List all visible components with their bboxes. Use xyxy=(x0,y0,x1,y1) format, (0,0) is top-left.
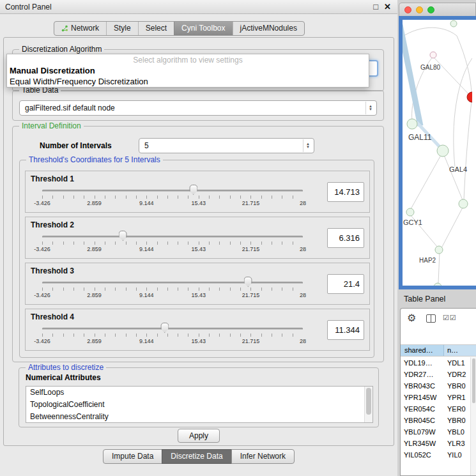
table-row[interactable]: YDR27… YDR2 xyxy=(401,369,470,380)
node-hap2[interactable] xyxy=(435,246,443,254)
threshold-value-field[interactable] xyxy=(327,274,364,294)
scrollbar-thumb[interactable] xyxy=(472,358,475,403)
tab-select-label: Select xyxy=(146,22,167,35)
network-window-titlebar xyxy=(399,3,476,16)
tab-infer-network[interactable]: Infer Network xyxy=(231,449,295,464)
table-scrollbar[interactable] xyxy=(470,357,476,475)
threshold-label: Threshold 3 xyxy=(31,266,74,275)
table-row[interactable]: YBL079W YBL0 xyxy=(401,426,470,438)
attributes-group: Attributes to discretize Numerical Attri… xyxy=(19,367,379,427)
table-row[interactable]: YBR045C YBR0 xyxy=(401,415,470,426)
table-row[interactable]: YIL052C YIL0 xyxy=(401,449,470,461)
cyni-toolbox-panel: Discretization Algorithm Table Data galF… xyxy=(3,37,394,446)
threshold-coordinates-title: Threshold's Coordinates for 5 Intervals xyxy=(26,155,163,164)
slider-thumb[interactable] xyxy=(244,277,252,287)
threshold-slider[interactable]: -3.426 2.859 9.144 15.43 21.715 28 xyxy=(37,322,308,350)
tab-impute-data[interactable]: Impute Data xyxy=(103,449,162,464)
number-of-intervals-label: Number of Intervals xyxy=(40,141,112,150)
interval-definition-group: Interval Definition Number of Intervals … xyxy=(12,126,384,362)
list-item[interactable]: SelfLoops xyxy=(26,387,372,399)
network-canvas[interactable]: GAL80 GAL11 GAL4 GCY1 HAP2 xyxy=(403,20,472,289)
node-label-gal11: GAL11 xyxy=(408,133,432,142)
table-data-combo-value: galFiltered.sif default node xyxy=(25,101,115,115)
node-label-gcy1: GCY1 xyxy=(403,219,422,226)
checkbox-icons[interactable]: ☑☑ xyxy=(443,314,457,322)
numerical-attributes-list[interactable]: SelfLoops TopologicalCoefficient Between… xyxy=(26,386,373,423)
table-row[interactable]: YER054C YER0 xyxy=(401,403,470,415)
columns-icon[interactable] xyxy=(426,314,436,323)
column-header-name[interactable]: n… xyxy=(444,345,476,356)
node[interactable] xyxy=(450,20,457,27)
slider-thumb[interactable] xyxy=(160,323,169,333)
list-item[interactable]: TopologicalCoefficient xyxy=(26,399,372,411)
threshold-value-field[interactable] xyxy=(327,182,364,202)
thick-edge xyxy=(403,25,420,126)
minimize-traffic-light[interactable] xyxy=(416,6,423,13)
tab-jactivemnodules[interactable]: jActiveMNodules xyxy=(233,22,304,35)
node-gal80[interactable] xyxy=(430,52,436,58)
slider-tick-labels: -3.426 2.859 9.144 15.43 21.715 28 xyxy=(42,200,303,208)
node[interactable] xyxy=(459,199,468,208)
tab-style[interactable]: Style xyxy=(106,22,138,35)
slider-thumb[interactable] xyxy=(119,231,127,241)
threshold-2-panel: Threshold 2 -3.426 2.859 9.144 15.43 21.… xyxy=(25,217,370,259)
threshold-label: Threshold 1 xyxy=(31,174,74,183)
discretization-algorithm-title: Discretization Algorithm xyxy=(19,45,104,54)
table-row[interactable]: YDL19… YDL1 xyxy=(401,357,470,369)
algorithm-popup-menu: Select algorithm to view settings Manual… xyxy=(6,54,369,88)
stepper-down-icon: ▼ xyxy=(369,108,372,111)
close-traffic-light[interactable] xyxy=(404,6,411,13)
apply-button[interactable]: Apply xyxy=(178,429,220,443)
slider-ticks xyxy=(42,334,303,337)
node-label-hap2: HAP2 xyxy=(419,257,436,264)
threshold-slider[interactable]: -3.426 2.859 9.144 15.43 21.715 28 xyxy=(37,184,308,212)
number-of-intervals-combo[interactable]: 5 ▲ ▼ xyxy=(139,138,314,153)
zoom-traffic-light[interactable] xyxy=(427,6,434,13)
threshold-slider[interactable]: -3.426 2.859 9.144 15.43 21.715 28 xyxy=(37,230,308,258)
float-icon[interactable]: □ xyxy=(373,2,378,12)
threshold-value-field[interactable] xyxy=(327,320,364,340)
numerical-attributes-label: Numerical Attributes xyxy=(26,373,101,382)
tab-cyni-toolbox-label: Cyni Toolbox xyxy=(181,22,225,35)
table-row[interactable]: YLR345W YLR3 xyxy=(401,438,470,449)
network-window: GAL80 GAL11 GAL4 GCY1 HAP2 xyxy=(399,3,476,289)
scrollbar-thumb[interactable] xyxy=(366,388,371,415)
slider-ticks xyxy=(42,242,303,245)
threshold-slider[interactable]: -3.426 2.859 9.144 15.43 21.715 28 xyxy=(37,276,308,304)
slider-tick-labels: -3.426 2.859 9.144 15.43 21.715 28 xyxy=(42,246,303,254)
table-data-combo[interactable]: galFiltered.sif default node ▲ ▼ xyxy=(19,100,377,116)
close-icon[interactable]: ✕ xyxy=(384,2,391,12)
tab-discretize-data[interactable]: Discretize Data xyxy=(162,449,231,464)
gear-icon[interactable]: ⚙ xyxy=(407,312,416,324)
table-row[interactable]: YPR145W YPR1 xyxy=(401,392,470,403)
popup-option-equal-width-frequency[interactable]: Equal Width/Frequency Discretization xyxy=(7,75,369,86)
column-header-shared-name[interactable]: shared… xyxy=(401,345,444,356)
threshold-value-field[interactable] xyxy=(327,228,364,248)
attributes-group-title: Attributes to discretize xyxy=(26,363,106,372)
list-item[interactable]: BetweennessCentrality xyxy=(26,411,372,423)
tab-network-label: Network xyxy=(71,22,99,35)
threshold-1-panel: Threshold 1 -3.426 2.859 9.144 15.43 21.… xyxy=(25,171,370,213)
table-row[interactable]: YBR043C YBR0 xyxy=(401,380,470,392)
threshold-label: Threshold 4 xyxy=(31,312,74,321)
tab-network[interactable]: Network xyxy=(54,22,106,35)
node-gcy1[interactable] xyxy=(406,208,414,216)
combo-stepper[interactable]: ▲ ▼ xyxy=(303,139,312,152)
network-icon xyxy=(61,25,68,32)
slider-thumb[interactable] xyxy=(189,185,197,195)
number-of-intervals-value: 5 xyxy=(144,139,149,153)
list-scrollbar[interactable] xyxy=(364,387,372,422)
tab-select[interactable]: Select xyxy=(138,22,174,35)
table-panel-title: Table Panel xyxy=(404,295,445,303)
interval-definition-title: Interval Definition xyxy=(19,121,84,130)
table-data-group: Table Data galFiltered.sif default node … xyxy=(12,90,384,121)
node-gal11[interactable] xyxy=(407,119,417,129)
slider-ticks xyxy=(42,196,303,199)
table-body: YDL19… YDL1 YDR27… YDR2 YBR043C YBR0 YPR… xyxy=(401,357,470,461)
node-label-gal4: GAL4 xyxy=(449,165,467,173)
tab-cyni-toolbox[interactable]: Cyni Toolbox xyxy=(174,22,232,35)
node[interactable] xyxy=(434,283,441,289)
node-gal4[interactable] xyxy=(437,145,449,157)
popup-option-manual-discretization[interactable]: Manual Discretization xyxy=(7,65,369,75)
combo-stepper[interactable]: ▲ ▼ xyxy=(365,102,375,114)
